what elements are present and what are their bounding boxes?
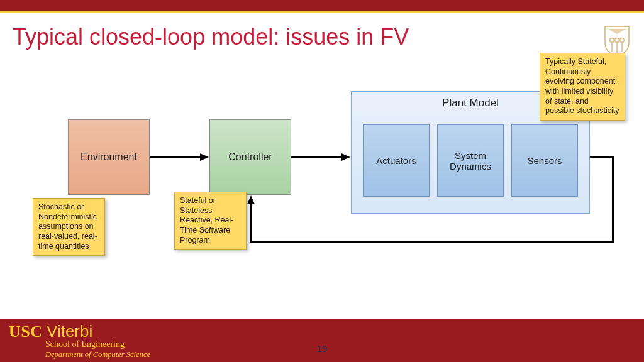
actuators-box: Actuators bbox=[363, 124, 430, 197]
footer-bar: USC Viterbi School of Engineering Depart… bbox=[0, 319, 644, 362]
footer-usc-bold: USC bbox=[9, 322, 43, 341]
feedback-line-bottom bbox=[250, 241, 614, 243]
svg-point-0 bbox=[610, 38, 614, 43]
feedback-line-up bbox=[250, 204, 252, 243]
slide-title: Typical closed-loop model: issues in FV bbox=[13, 24, 409, 50]
footer-school: School of Engineering bbox=[45, 339, 125, 349]
arrow-head-env-ctrl bbox=[200, 153, 209, 161]
system-dynamics-box: System Dynamics bbox=[437, 124, 504, 197]
footer-department: Department of Computer Science bbox=[45, 350, 150, 359]
svg-point-1 bbox=[615, 38, 619, 43]
top-bar bbox=[0, 0, 644, 11]
sensors-box: Sensors bbox=[511, 124, 578, 197]
svg-point-2 bbox=[620, 38, 625, 43]
footer-usc: USC Viterbi bbox=[9, 322, 92, 341]
usc-crest-icon bbox=[604, 25, 630, 57]
environment-box: Environment bbox=[68, 119, 150, 195]
arrow-ctrl-to-plant bbox=[291, 156, 343, 158]
arrow-head-feedback bbox=[247, 195, 255, 204]
footer-page-number: 19 bbox=[317, 343, 328, 354]
note-controller: Stateful or Stateless Reactive, Real-Tim… bbox=[174, 192, 247, 250]
gold-accent-line bbox=[0, 11, 644, 13]
note-environment: Stochastic or Nondeterministic assumptio… bbox=[33, 198, 105, 256]
feedback-line-down bbox=[612, 156, 614, 243]
arrow-head-ctrl-plant bbox=[341, 153, 350, 161]
footer-viterbi: Viterbi bbox=[47, 322, 92, 341]
controller-box: Controller bbox=[209, 119, 291, 195]
arrow-env-to-ctrl bbox=[150, 156, 201, 158]
feedback-line-right bbox=[589, 156, 613, 158]
note-plant: Typically Stateful, Continuously evolvin… bbox=[540, 53, 625, 121]
